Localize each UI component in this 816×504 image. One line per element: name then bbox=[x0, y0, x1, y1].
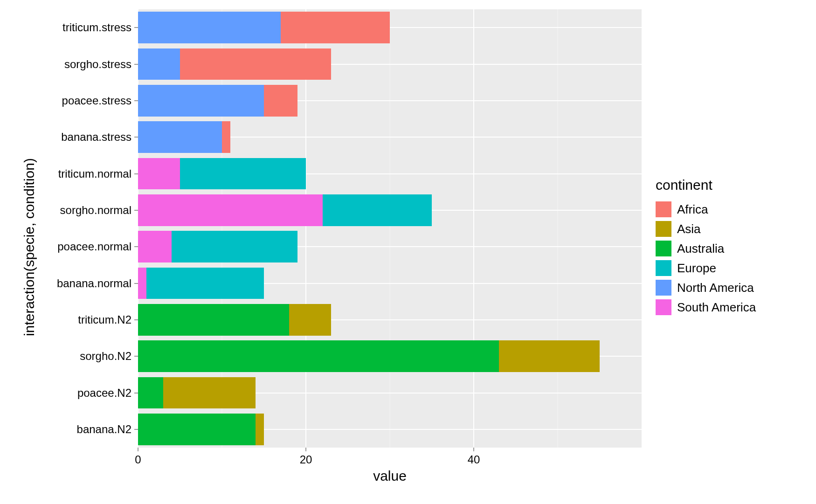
bar-segment bbox=[138, 85, 264, 116]
legend-label: South America bbox=[677, 300, 756, 315]
bar-segment bbox=[180, 158, 306, 189]
y-tick-label: banana.stress bbox=[61, 131, 131, 144]
bar-segment bbox=[180, 48, 331, 80]
legend-swatch bbox=[656, 241, 671, 256]
bar-segment bbox=[138, 121, 222, 152]
x-tick-mark bbox=[306, 448, 306, 451]
x-axis-row: value 02040 bbox=[40, 448, 642, 485]
y-axis-title-container: interaction(specie, condition) bbox=[19, 9, 40, 485]
legend-item: Asia bbox=[656, 221, 797, 237]
y-tick-mark bbox=[134, 28, 138, 28]
legend-swatch bbox=[656, 221, 671, 237]
y-axis-title: interaction(specie, condition) bbox=[21, 158, 37, 336]
bar-segment bbox=[138, 231, 172, 262]
legend-label: Europe bbox=[677, 261, 716, 276]
y-tick-mark bbox=[134, 283, 138, 283]
y-tick-mark bbox=[134, 64, 138, 64]
legend-item: South America bbox=[656, 299, 797, 315]
y-tick-mark bbox=[134, 173, 138, 174]
y-tick-label: poacee.stress bbox=[62, 94, 131, 107]
x-tick-label: 20 bbox=[300, 453, 312, 466]
chart-container: interaction(specie, condition) triticum.… bbox=[19, 9, 797, 485]
plot-panel bbox=[138, 9, 642, 448]
legend-label: Australia bbox=[677, 242, 724, 256]
bar-segment bbox=[499, 340, 600, 372]
y-tick-label: banana.N2 bbox=[77, 423, 131, 436]
grid-vertical-minor bbox=[390, 9, 390, 448]
y-tick-label: sorgho.stress bbox=[64, 58, 131, 71]
y-tick-label: poacee.normal bbox=[57, 240, 131, 253]
y-tick-mark bbox=[134, 393, 138, 393]
legend-item: Australia bbox=[656, 241, 797, 256]
x-tick-mark bbox=[138, 448, 138, 451]
legend-label: Africa bbox=[677, 202, 708, 217]
y-tick-mark bbox=[134, 210, 138, 210]
legend-swatch bbox=[656, 260, 671, 276]
y-tick-label: banana.normal bbox=[57, 277, 131, 290]
bar-segment bbox=[146, 268, 264, 299]
bar-segment bbox=[323, 194, 432, 226]
bar-segment bbox=[138, 414, 256, 445]
legend-swatch bbox=[656, 299, 671, 315]
x-axis-spacer bbox=[40, 448, 138, 485]
x-tick-label: 40 bbox=[468, 453, 480, 466]
bar-segment bbox=[138, 304, 289, 335]
legend-title: continent bbox=[656, 177, 797, 193]
bar-segment bbox=[138, 12, 281, 43]
bar-segment bbox=[138, 48, 180, 80]
y-tick-label: poacee.N2 bbox=[77, 387, 131, 400]
x-axis-title: value bbox=[373, 468, 407, 484]
bar-segment bbox=[138, 194, 323, 226]
bar-segment bbox=[256, 414, 264, 445]
y-tick-mark bbox=[134, 137, 138, 138]
legend: continent AfricaAsiaAustraliaEuropeNorth… bbox=[642, 9, 797, 485]
x-axis: value 02040 bbox=[138, 448, 642, 485]
legend-item: North America bbox=[656, 280, 797, 296]
panel-row: triticum.stresssorgho.stresspoacee.stres… bbox=[40, 9, 642, 448]
grid-vertical-minor bbox=[558, 9, 558, 448]
y-tick-mark bbox=[134, 356, 138, 357]
legend-item: Africa bbox=[656, 201, 797, 217]
bar-segment bbox=[138, 158, 180, 189]
bar-segment bbox=[163, 377, 256, 408]
bar-segment bbox=[289, 304, 331, 335]
x-tick-label: 0 bbox=[135, 453, 141, 466]
legend-swatch bbox=[656, 201, 671, 217]
bar-segment bbox=[222, 121, 230, 152]
plot-column: triticum.stresssorgho.stresspoacee.stres… bbox=[40, 9, 642, 485]
bar-segment bbox=[172, 231, 297, 262]
y-tick-label: triticum.N2 bbox=[78, 313, 131, 326]
bar-segment bbox=[138, 340, 499, 372]
bar-segment bbox=[138, 268, 146, 299]
y-tick-mark bbox=[134, 100, 138, 101]
y-tick-label: sorgho.N2 bbox=[80, 350, 131, 363]
legend-label: North America bbox=[677, 281, 754, 295]
bar-segment bbox=[264, 85, 297, 116]
y-tick-mark bbox=[134, 319, 138, 320]
y-tick-mark bbox=[134, 429, 138, 429]
y-tick-mark bbox=[134, 247, 138, 247]
bar-segment bbox=[281, 12, 390, 43]
y-tick-label: triticum.stress bbox=[62, 21, 131, 34]
y-tick-label: sorgho.normal bbox=[60, 204, 131, 217]
legend-item: Europe bbox=[656, 260, 797, 276]
grid-vertical bbox=[473, 9, 474, 448]
bar-segment bbox=[138, 377, 163, 408]
y-axis-ticks: triticum.stresssorgho.stresspoacee.stres… bbox=[40, 9, 138, 448]
legend-label: Asia bbox=[677, 222, 701, 236]
x-tick-mark bbox=[474, 448, 474, 451]
y-tick-label: triticum.normal bbox=[58, 167, 131, 180]
legend-swatch bbox=[656, 280, 671, 296]
